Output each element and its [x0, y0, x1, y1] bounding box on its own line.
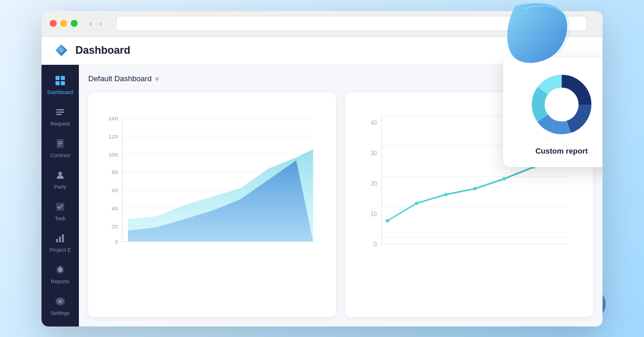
sidebar-item-party-label: Party — [54, 184, 66, 190]
browser-window: ‹ › Dashboard — [41, 11, 603, 326]
app-logo-icon — [53, 42, 70, 58]
svg-text:20: 20 — [112, 223, 118, 229]
svg-rect-4 — [61, 81, 65, 85]
project-icon — [55, 233, 65, 245]
svg-rect-3 — [56, 81, 60, 85]
address-bar[interactable] — [116, 16, 587, 31]
area-chart: 0 20 40 60 80 100 120 140 — [100, 104, 324, 256]
svg-point-56 — [503, 177, 506, 180]
back-arrow[interactable]: ‹ — [87, 18, 95, 29]
sidebar-item-project[interactable]: Project E — [41, 227, 79, 259]
donut-chart — [527, 70, 597, 140]
contract-icon — [55, 138, 65, 151]
sidebar-item-request[interactable]: Request — [41, 101, 79, 133]
sidebar-item-task[interactable]: Task — [41, 196, 79, 227]
svg-rect-14 — [56, 239, 58, 242]
svg-rect-6 — [56, 112, 64, 113]
svg-point-54 — [444, 193, 448, 196]
sidebar-item-project-label: Project E — [50, 247, 71, 253]
svg-text:20: 20 — [371, 180, 378, 187]
svg-text:100: 100 — [109, 151, 118, 157]
donut-chart-title: Custom report — [535, 147, 588, 155]
party-icon — [55, 170, 65, 182]
svg-point-12 — [58, 172, 62, 175]
svg-rect-15 — [59, 237, 61, 242]
traffic-light-minimize[interactable] — [60, 20, 67, 27]
svg-point-64 — [545, 88, 578, 121]
svg-text:40: 40 — [112, 204, 118, 211]
request-icon — [55, 107, 65, 119]
svg-text:0: 0 — [373, 241, 377, 248]
dashboard-selector[interactable]: Default Dashboard ∨ — [88, 74, 159, 83]
svg-text:0: 0 — [115, 238, 117, 245]
svg-text:30: 30 — [371, 150, 378, 157]
forward-arrow[interactable]: › — [97, 18, 105, 29]
task-icon — [55, 201, 65, 214]
svg-text:10: 10 — [371, 211, 378, 217]
dashboard-icon — [55, 75, 65, 88]
traffic-lights — [50, 20, 78, 27]
svg-rect-1 — [56, 76, 60, 80]
svg-point-52 — [386, 219, 389, 223]
app-logo-area: Dashboard — [53, 42, 130, 58]
sidebar-item-reports-label: Reports — [51, 279, 70, 284]
traffic-light-close[interactable] — [50, 20, 57, 27]
svg-rect-16 — [62, 234, 64, 242]
sidebar-item-reports[interactable]: Reports — [41, 259, 79, 290]
svg-point-53 — [415, 201, 418, 205]
selector-label: Default Dashboard — [88, 74, 151, 83]
nav-arrows: ‹ › — [87, 18, 104, 29]
svg-rect-10 — [58, 143, 63, 144]
area-chart-card: 0 20 40 60 80 100 120 140 — [88, 92, 336, 317]
svg-text:140: 140 — [109, 115, 118, 121]
sidebar-item-request-label: Request — [50, 121, 70, 127]
traffic-light-maximize[interactable] — [71, 20, 78, 27]
svg-text:120: 120 — [109, 133, 118, 139]
settings-icon — [55, 296, 65, 308]
svg-rect-2 — [61, 76, 65, 80]
sidebar-item-task-label: Task — [55, 216, 66, 221]
svg-text:40: 40 — [371, 120, 378, 126]
svg-text:80: 80 — [112, 169, 118, 175]
sidebar-item-contract-label: Contract — [50, 152, 70, 158]
donut-popup: Custom report — [503, 58, 603, 167]
app-title: Dashboard — [75, 44, 130, 57]
svg-point-55 — [473, 187, 477, 190]
browser-chrome: ‹ › — [41, 11, 603, 37]
sidebar-item-dashboard[interactable]: Dashboard — [41, 70, 79, 101]
svg-rect-11 — [58, 145, 61, 146]
svg-text:60: 60 — [112, 187, 118, 193]
sidebar-item-party[interactable]: Party — [41, 164, 79, 196]
sidebar: Dashboard Request — [41, 37, 79, 326]
svg-rect-9 — [58, 141, 63, 143]
reports-icon — [55, 265, 65, 277]
svg-rect-7 — [56, 114, 62, 115]
sidebar-item-contract[interactable]: Contract — [41, 133, 79, 164]
sidebar-item-dashboard-label: Dashboard — [47, 89, 73, 95]
chevron-down-icon: ∨ — [155, 75, 159, 82]
sidebar-item-settings[interactable]: Settings — [41, 290, 79, 322]
svg-rect-5 — [56, 109, 64, 110]
sidebar-item-settings-label: Settings — [51, 310, 70, 316]
